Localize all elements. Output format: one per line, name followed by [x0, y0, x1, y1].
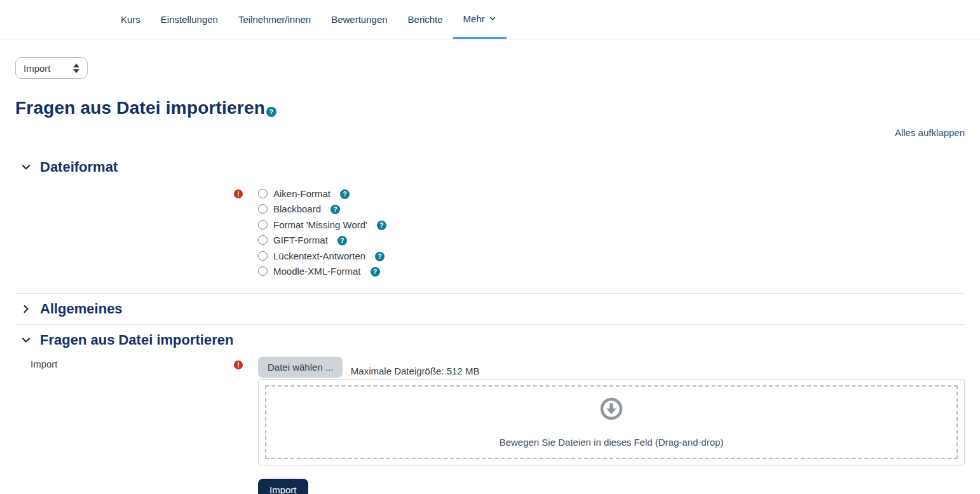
import-field-label: Import	[31, 357, 234, 369]
chevron-down-icon	[489, 15, 496, 22]
radio-option-gift: GIFT-Format ?	[258, 233, 965, 249]
radio-aiken[interactable]	[258, 189, 268, 198]
radio-option-lueckentext: Lückentext-Antworten ?	[258, 248, 965, 264]
expand-all-link[interactable]: Alles aufklappen	[895, 127, 965, 138]
file-dropzone[interactable]: Bewegen Sie Dateien in dieses Feld (Drag…	[265, 385, 958, 459]
help-icon[interactable]: ?	[377, 221, 386, 230]
section-divider	[15, 293, 965, 294]
import-field-row: Import ! Datei wählen ... Maximale Datei…	[15, 357, 965, 494]
field-label-spacer	[31, 186, 234, 188]
radio-blackboard[interactable]	[258, 204, 268, 214]
radio-label[interactable]: GIFT-Format	[273, 235, 328, 245]
course-navigation: Kurs Einstellungen Teilnehmer/innen Bewe…	[0, 0, 980, 39]
radio-moodle-xml[interactable]	[258, 266, 268, 276]
required-icon-cell: !	[234, 357, 258, 370]
section-title: Dateiformat	[40, 159, 118, 175]
file-manager: Bewegen Sie Dateien in dieses Feld (Drag…	[258, 379, 965, 465]
tab-mehr[interactable]: Mehr	[453, 0, 507, 39]
tab-berichte[interactable]: Berichte	[398, 0, 453, 39]
section-title: Fragen aus Datei importieren	[40, 332, 233, 348]
section-header-allgemeines[interactable]: Allgemeines	[21, 301, 965, 317]
help-icon[interactable]: ?	[340, 189, 350, 199]
section-divider	[15, 324, 965, 325]
filepicker-toolbar: Datei wählen ... Maximale Dateigröße: 51…	[258, 357, 965, 378]
tab-label: Bewertungen	[331, 14, 387, 25]
page-title-text: Fragen aus Datei importieren	[15, 98, 265, 118]
fileformat-field-row: ! Aiken-Format ? Blackboard ? Format 'Mi…	[15, 186, 965, 279]
select-arrows-icon	[73, 64, 79, 73]
import-field-control: Datei wählen ... Maximale Dateigröße: 51…	[258, 357, 965, 494]
tab-label: Einstellungen	[161, 14, 218, 25]
chevron-right-icon	[21, 304, 31, 314]
tab-label: Berichte	[408, 14, 443, 25]
radio-option-moodle-xml: Moodle-XML-Format ?	[258, 264, 965, 280]
tab-label: Teilnehmer/innen	[238, 14, 311, 25]
required-icon-cell: !	[234, 186, 258, 199]
radio-label[interactable]: Blackboard	[273, 203, 321, 214]
section-header-import[interactable]: Fragen aus Datei importieren	[21, 332, 965, 348]
import-submit-button[interactable]: Import	[258, 479, 308, 494]
help-icon[interactable]: ?	[266, 107, 276, 117]
radio-missing-word[interactable]	[258, 220, 268, 230]
section-header-dateiformat[interactable]: Dateiformat	[21, 159, 965, 175]
radio-option-aiken: Aiken-Format ?	[258, 186, 965, 202]
tab-bewertungen[interactable]: Bewertungen	[321, 0, 397, 39]
chevron-down-icon	[21, 335, 31, 345]
help-icon[interactable]: ?	[371, 267, 380, 277]
exclamation-circle-icon: !	[234, 360, 243, 369]
radio-option-blackboard: Blackboard ?	[258, 202, 965, 217]
radio-option-missing-word: Format 'Missing Word' ?	[258, 217, 965, 233]
help-icon[interactable]: ?	[337, 236, 347, 245]
arrow-circle-down-icon	[600, 397, 623, 423]
jump-to-select[interactable]: Import	[15, 57, 88, 79]
radio-label[interactable]: Moodle-XML-Format	[273, 266, 361, 277]
tab-einstellungen[interactable]: Einstellungen	[151, 0, 228, 39]
max-filesize-text: Maximale Dateigröße: 512 MB	[351, 366, 480, 376]
tab-teilnehmer[interactable]: Teilnehmer/innen	[228, 0, 321, 39]
radio-label[interactable]: Aiken-Format	[273, 188, 330, 199]
help-icon[interactable]: ?	[330, 205, 340, 214]
section-title: Allgemeines	[40, 301, 123, 317]
exclamation-circle-icon: !	[234, 189, 243, 198]
radio-gift[interactable]	[258, 235, 268, 245]
tab-label: Kurs	[121, 14, 140, 25]
radio-lueckentext[interactable]	[258, 251, 268, 261]
chevron-down-icon	[21, 162, 31, 172]
choose-file-button[interactable]: Datei wählen ...	[258, 357, 343, 378]
tab-kurs[interactable]: Kurs	[111, 0, 151, 39]
expand-all-row: Alles aufklappen	[15, 127, 965, 139]
jump-to-select-value: Import	[24, 63, 51, 74]
fileformat-options: Aiken-Format ? Blackboard ? Format 'Miss…	[258, 186, 965, 279]
page-title: Fragen aus Datei importieren?	[15, 98, 965, 118]
radio-label[interactable]: Format 'Missing Word'	[273, 219, 367, 230]
tab-label: Mehr	[463, 13, 485, 24]
help-icon[interactable]: ?	[375, 252, 385, 261]
radio-label[interactable]: Lückentext-Antworten	[273, 250, 365, 261]
dropzone-text: Bewegen Sie Dateien in dieses Feld (Drag…	[500, 437, 724, 448]
